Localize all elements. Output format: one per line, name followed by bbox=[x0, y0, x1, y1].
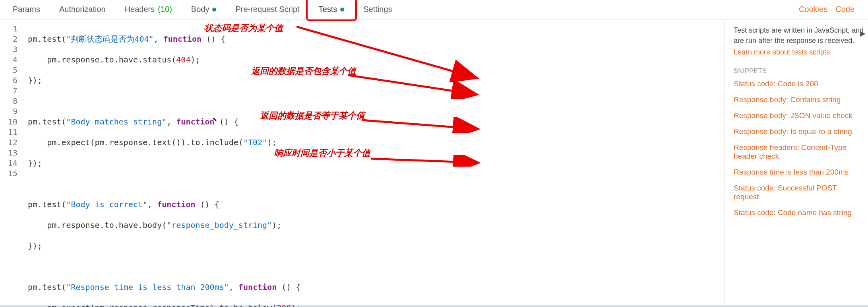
annotation-response-time: 响应时间是否小于某个值 bbox=[274, 148, 366, 159]
line-number: 2 bbox=[2, 34, 17, 44]
snippet-body-equal[interactable]: Response body: Is equal to a string bbox=[734, 127, 864, 136]
code-line: }); bbox=[28, 158, 725, 168]
code-line bbox=[28, 261, 725, 272]
line-number: 15 bbox=[2, 168, 17, 179]
dot-indicator-icon bbox=[212, 8, 216, 12]
snippet-status-200[interactable]: Status code: Code is 200 bbox=[734, 80, 864, 88]
code-body[interactable]: pm.test("判断状态码是否为404", function () { pm.… bbox=[22, 19, 725, 305]
snippet-json-value[interactable]: Response body: JSON value check bbox=[734, 111, 864, 120]
chevron-right-icon[interactable]: ▶ bbox=[860, 29, 866, 38]
code-link[interactable]: Code bbox=[835, 5, 854, 14]
mouse-cursor-icon: ⬉ bbox=[212, 114, 217, 124]
snippet-content-type[interactable]: Response headers: Content-Type header ch… bbox=[734, 143, 864, 161]
tests-code-editor[interactable]: 1 2 3 4 5 6 7 8 9 10 11 12 13 14 15 pm.t… bbox=[0, 19, 725, 305]
main-area: 1 2 3 4 5 6 7 8 9 10 11 12 13 14 15 pm.t… bbox=[0, 19, 868, 305]
tabs-right-group: Cookies Code bbox=[799, 5, 865, 14]
headers-count-badge: (10) bbox=[158, 5, 172, 14]
line-number: 10 bbox=[2, 117, 17, 127]
tab-prerequest[interactable]: Pre-request Script bbox=[226, 1, 309, 18]
line-number: 5 bbox=[2, 65, 17, 75]
snippet-post-success[interactable]: Status code: Successful POST request bbox=[734, 184, 864, 201]
tab-label: Authorization bbox=[59, 5, 106, 14]
bottom-border bbox=[0, 305, 868, 307]
tab-body[interactable]: Body bbox=[182, 1, 226, 18]
line-number: 7 bbox=[2, 85, 17, 96]
tab-label: Pre-request Script bbox=[235, 5, 299, 14]
line-number: 6 bbox=[2, 75, 17, 85]
snippet-body-contains[interactable]: Response body: Contains string bbox=[734, 95, 864, 104]
tab-headers[interactable]: Headers (10) bbox=[115, 1, 182, 18]
line-number: 12 bbox=[2, 137, 17, 148]
line-number: 4 bbox=[2, 54, 17, 65]
snippet-code-name[interactable]: Status code: Code name has string bbox=[734, 208, 864, 217]
annotation-body-equals: 返回的数据是否等于某个值 bbox=[260, 110, 351, 121]
code-line: pm.response.to.have.body("response_body_… bbox=[28, 220, 725, 230]
dot-indicator-icon bbox=[340, 8, 344, 12]
tabs-left-group: Params Authorization Headers (10) Body P… bbox=[3, 1, 402, 18]
line-number: 1 bbox=[2, 23, 17, 34]
tab-label: Body bbox=[191, 5, 209, 14]
code-line: pm.test("Response time is less than 200m… bbox=[28, 282, 725, 292]
line-number: 13 bbox=[2, 148, 17, 158]
line-number: 3 bbox=[2, 44, 17, 54]
code-line: pm.response.to.have.status(404); bbox=[28, 54, 725, 65]
line-number: 9 bbox=[2, 106, 17, 117]
tab-label: Tests bbox=[319, 5, 337, 14]
tab-tests[interactable]: Tests bbox=[309, 1, 354, 18]
request-tabs-bar: Params Authorization Headers (10) Body P… bbox=[0, 0, 868, 19]
tab-params[interactable]: Params bbox=[3, 1, 50, 18]
code-line: pm.test("Body matches string", function … bbox=[28, 117, 725, 127]
code-line bbox=[28, 96, 725, 106]
learn-more-link[interactable]: Learn more about tests scripts bbox=[734, 48, 864, 56]
annotation-status-code: 状态码是否为某个值 bbox=[204, 23, 283, 34]
code-line: pm.expect(pm.response.text()).to.include… bbox=[28, 137, 725, 148]
help-text: Test scripts are written in JavaScript, … bbox=[734, 25, 864, 46]
annotation-body-contains: 返回的数据是否包含某个值 bbox=[251, 66, 343, 77]
code-line: pm.test("Body is correct", function () { bbox=[28, 199, 725, 210]
tab-label: Settings bbox=[363, 5, 392, 14]
tab-settings[interactable]: Settings bbox=[354, 1, 401, 18]
line-number: 8 bbox=[2, 96, 17, 106]
code-line: pm.test("判断状态码是否为404", function () { bbox=[28, 34, 725, 44]
snippets-header: SNIPPETS bbox=[734, 68, 864, 75]
snippet-list: Status code: Code is 200 Response body: … bbox=[734, 80, 864, 217]
code-line: }); bbox=[28, 241, 725, 251]
cookies-link[interactable]: Cookies bbox=[799, 5, 827, 14]
line-number: 11 bbox=[2, 127, 17, 137]
tab-label: Headers bbox=[125, 5, 155, 14]
tests-help-panel: ▶ Test scripts are written in JavaScript… bbox=[725, 19, 868, 305]
tab-label: Params bbox=[13, 5, 40, 14]
snippet-response-time[interactable]: Response time is less than 200ms bbox=[734, 168, 864, 177]
line-number: 14 bbox=[2, 158, 17, 168]
code-line bbox=[28, 179, 725, 189]
line-number-gutter: 1 2 3 4 5 6 7 8 9 10 11 12 13 14 15 bbox=[0, 19, 22, 305]
tab-authorization[interactable]: Authorization bbox=[50, 1, 115, 18]
code-line: }); bbox=[28, 75, 725, 85]
